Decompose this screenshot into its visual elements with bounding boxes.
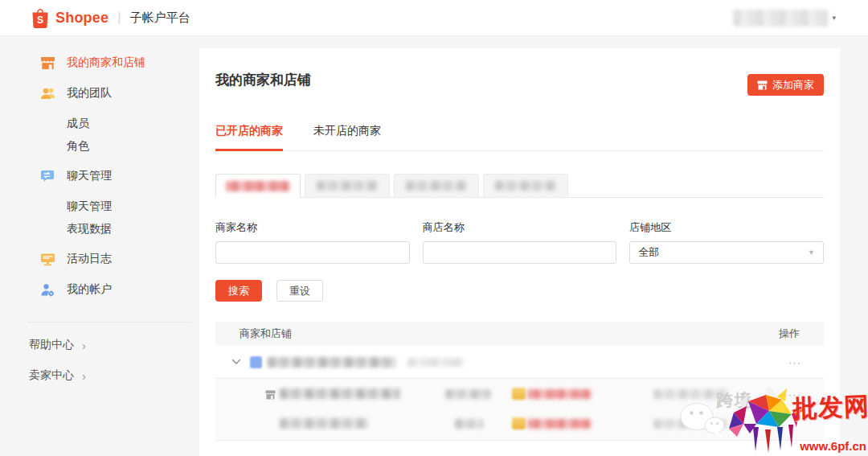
table-row-shop: ··· <box>215 379 824 409</box>
redacted-merchant-tab-name <box>317 181 378 191</box>
region-flag-icon <box>512 417 526 429</box>
region-label: 店铺地区 <box>629 220 824 235</box>
sidebar: 我的商家和店铺 我的团队 成员 角色 <box>0 36 199 456</box>
shopee-logo[interactable]: S Shopee | 子帐户平台 <box>31 7 190 28</box>
region-flag-icon <box>512 388 526 400</box>
region-selected-value: 全部 <box>638 245 659 260</box>
merchants-table: 商家和店铺 操作 ··· <box>215 322 824 441</box>
redacted-shop-meta <box>653 419 728 429</box>
sidebar-link-label: 帮助中心 <box>29 338 74 352</box>
svg-text:S: S <box>37 14 43 26</box>
sidebar-item-label: 成员 <box>67 117 89 131</box>
storefront-icon <box>40 55 56 70</box>
sidebar-link-label: 卖家中心 <box>29 368 74 383</box>
redacted-region-text <box>527 389 592 399</box>
chevron-down-icon: ▼ <box>808 249 815 257</box>
shop-subrows: ··· <box>215 379 824 441</box>
region-select[interactable]: 全部 ▼ <box>629 241 824 264</box>
redacted-merchant-name <box>268 357 396 368</box>
sidebar-item-label: 聊天管理 <box>67 169 112 183</box>
sidebar-item-label: 角色 <box>67 139 89 154</box>
merchant-chip-tabs <box>215 174 824 198</box>
account-caret-icon: ▾ <box>832 14 836 22</box>
page-title: 我的商家和店铺 <box>215 71 824 89</box>
sidebar-item-my-team[interactable]: 我的团队 <box>0 85 199 101</box>
sidebar-item-label: 表现数据 <box>67 222 112 236</box>
sidebar-item-label: 我的商家和店铺 <box>67 55 145 70</box>
row-actions-menu[interactable]: ··· <box>788 388 801 401</box>
merchant-tab-4[interactable] <box>483 174 568 198</box>
filter-actions: 搜索 重设 <box>215 280 824 302</box>
redacted-shop-status <box>445 389 491 399</box>
activity-log-icon <box>40 252 56 266</box>
product-name: 子帐户平台 <box>129 10 190 26</box>
sidebar-link-help-center[interactable]: 帮助中心 › <box>0 337 199 353</box>
chevron-right-icon: › <box>82 369 86 383</box>
merchant-name-label: 商家名称 <box>215 220 410 235</box>
filter-form: 商家名称 商店名称 店铺地区 全部 ▼ <box>215 220 824 264</box>
column-actions: 操作 <box>779 327 800 341</box>
shopee-bag-icon: S <box>31 7 50 28</box>
column-merchant-and-shops: 商家和店铺 <box>240 327 292 341</box>
redacted-merchant-meta <box>407 358 464 367</box>
logo-separator: | <box>117 10 121 25</box>
team-icon <box>40 86 56 101</box>
redacted-shop-status <box>455 419 483 429</box>
redacted-merchant-tab-name <box>226 181 290 191</box>
chevron-right-icon: › <box>82 339 86 352</box>
sidebar-link-seller-center[interactable]: 卖家中心 › <box>0 368 199 384</box>
merchant-tab-2[interactable] <box>305 174 390 198</box>
sidebar-item-roles[interactable]: 角色 <box>0 138 199 154</box>
merchant-status-tabs: 已开店的商家 未开店的商家 <box>215 124 824 151</box>
table-header-row: 商家和店铺 操作 <box>215 322 824 346</box>
merchant-avatar <box>250 356 262 368</box>
storefront-mini-icon <box>757 80 768 90</box>
tab-opened-merchants[interactable]: 已开店的商家 <box>215 124 283 151</box>
redacted-merchant-tab-name <box>495 181 556 191</box>
sidebar-item-my-merchants[interactable]: 我的商家和店铺 <box>0 55 199 71</box>
shop-name-input[interactable] <box>423 241 617 264</box>
main-panel: 我的商家和店铺 添加商家 已开店的商家 未开店的商家 <box>199 48 840 456</box>
search-button[interactable]: 搜索 <box>215 280 262 302</box>
topbar: S Shopee | 子帐户平台 ▾ <box>0 0 868 36</box>
merchant-name-input[interactable] <box>215 241 410 264</box>
redacted-shop-meta <box>653 389 728 399</box>
table-row-merchant: ··· <box>215 346 824 379</box>
sidebar-item-members[interactable]: 成员 <box>0 116 199 132</box>
redacted-region-text <box>527 419 592 429</box>
redacted-account-name <box>733 10 828 27</box>
row-actions-menu[interactable]: ··· <box>788 356 801 368</box>
sidebar-item-label: 活动日志 <box>67 252 112 266</box>
chat-icon <box>40 169 56 183</box>
merchant-tab-1[interactable] <box>215 174 301 198</box>
redacted-shop-name <box>280 388 400 399</box>
sidebar-item-label: 我的团队 <box>67 86 112 101</box>
redacted-shop-name <box>280 418 368 429</box>
sidebar-item-label: 我的帐户 <box>67 282 112 297</box>
shop-store-icon <box>265 388 276 403</box>
sidebar-item-chat-management-sub[interactable]: 聊天管理 <box>0 199 199 215</box>
brand-name: Shopee <box>55 10 108 27</box>
sidebar-item-chat-management[interactable]: 聊天管理 <box>0 168 199 184</box>
add-merchant-button[interactable]: 添加商家 <box>747 74 824 96</box>
reset-button[interactable]: 重设 <box>276 280 323 302</box>
shop-name-label: 商店名称 <box>423 220 617 235</box>
redacted-merchant-tab-name <box>406 181 467 191</box>
sidebar-item-my-account[interactable]: 我的帐户 <box>0 281 199 298</box>
tab-unopened-merchants[interactable]: 未开店的商家 <box>313 124 381 151</box>
sidebar-divider <box>28 322 191 322</box>
chevron-down-icon[interactable] <box>231 356 243 368</box>
merchant-tab-3[interactable] <box>394 174 479 198</box>
account-icon <box>40 282 56 297</box>
sidebar-item-performance-data[interactable]: 表现数据 <box>0 221 199 237</box>
sidebar-item-label: 聊天管理 <box>67 199 112 214</box>
sidebar-item-activity-log[interactable]: 活动日志 <box>0 251 199 267</box>
page: S Shopee | 子帐户平台 ▾ 我的商家和店铺 <box>0 0 868 456</box>
add-merchant-label: 添加商家 <box>772 78 814 92</box>
account-menu[interactable]: ▾ <box>733 10 836 27</box>
table-row-shop <box>215 409 824 440</box>
